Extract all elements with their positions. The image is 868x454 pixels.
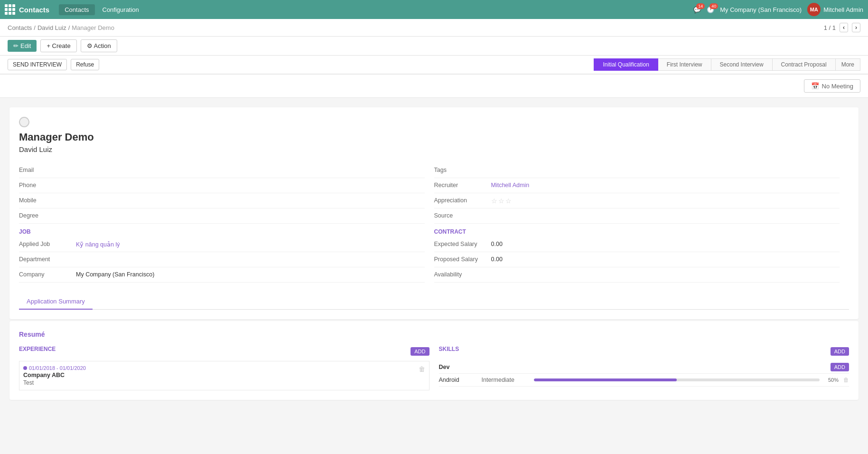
calendar-icon: 📅 (811, 82, 819, 90)
skill-progress-bar (534, 378, 820, 381)
field-email: Email (19, 163, 425, 178)
experience-add-button[interactable]: ADD (411, 347, 429, 356)
skill-progress-fill (534, 378, 677, 381)
field-degree: Degree (19, 208, 425, 224)
stage-second-interview[interactable]: Second Interview (711, 58, 773, 71)
activities-icon[interactable]: 🕐 40 (707, 6, 714, 13)
stage-more[interactable]: More (835, 58, 860, 71)
breadcrumb: Contacts / David Luiz / Manager Demo (8, 24, 114, 31)
proposed-salary-value: 0.00 (491, 255, 840, 263)
edit-button[interactable]: ✏ Edit (8, 40, 37, 52)
experience-date: 01/01/2018 - 01/01/2020 (23, 365, 425, 371)
tab-bar: Application Summary (19, 294, 849, 310)
avatar[interactable] (19, 117, 29, 127)
app-brand[interactable]: Contacts (5, 4, 49, 15)
field-proposed-salary: Proposed Salary 0.00 (434, 252, 840, 267)
action-bar: ✏ Edit + Create ⚙ Action (0, 37, 868, 56)
experience-delete-button[interactable]: 🗑 (419, 365, 425, 373)
experience-scroll-area[interactable]: 01/01/2018 - 01/01/2020 Company ABC Test… (19, 361, 429, 390)
star-3[interactable]: ☆ (505, 197, 512, 205)
field-applied-job: Applied Job Kỹ năng quản lý (19, 237, 425, 252)
resume-title: Resumé (19, 331, 849, 338)
experience-desc: Test (23, 379, 425, 386)
navbar: Contacts Contacts Configuration 💬 14 🕐 4… (0, 0, 868, 19)
field-expected-salary: Expected Salary 0.00 (434, 237, 840, 252)
field-tags: Tags (434, 163, 840, 178)
field-availability: Availability (434, 267, 840, 283)
edit-icon: ✏ (13, 42, 19, 49)
skill-percent: 50% (824, 377, 839, 383)
stage-steps: Initial Qualification First Interview Se… (594, 58, 860, 71)
pagination: 1 / 1 ‹ › (824, 23, 860, 32)
stage-bar: SEND INTERVIEW Refuse Initial Qualificat… (0, 56, 868, 75)
action-button[interactable]: ⚙ Action (81, 39, 117, 52)
messages-badge: 14 (696, 3, 705, 9)
expected-salary-value: 0.00 (491, 240, 840, 247)
activities-badge: 40 (709, 3, 718, 9)
field-company: Company My Company (San Francisco) (19, 267, 425, 283)
skill-delete-button[interactable]: 🗑 (843, 377, 849, 383)
skills-label: Skills (439, 346, 459, 352)
skill-add-button[interactable]: ADD (831, 363, 849, 371)
app-name: Contacts (19, 6, 49, 14)
nav-configuration[interactable]: Configuration (97, 4, 145, 15)
messages-icon[interactable]: 💬 14 (693, 6, 701, 13)
field-appreciation: Appreciation ☆ ☆ ☆ (434, 193, 840, 208)
pagination-next[interactable]: › (852, 23, 860, 32)
breadcrumb-bar: Contacts / David Luiz / Manager Demo 1 /… (0, 19, 868, 37)
field-mobile: Mobile (19, 193, 425, 208)
skill-level: Intermediate (482, 377, 529, 383)
user-menu[interactable]: MA Mitchell Admin (807, 3, 863, 16)
fields-container: Email Phone Mobile Degree Job Appl (19, 163, 849, 283)
job-section-label: Job (19, 224, 425, 237)
nav-contacts[interactable]: Contacts (59, 4, 94, 15)
stage-actions: SEND INTERVIEW Refuse (8, 59, 99, 70)
meeting-bar: 📅 No Meeting (0, 75, 868, 98)
skills-category-add-button[interactable]: ADD (831, 347, 849, 356)
main-nav: Contacts Configuration (59, 4, 145, 15)
navbar-right: 💬 14 🕐 40 My Company (San Francisco) MA … (693, 3, 863, 16)
experience-dot (23, 366, 27, 370)
company-name[interactable]: My Company (San Francisco) (720, 6, 802, 13)
star-2[interactable]: ☆ (498, 197, 504, 205)
experience-label: Experience (19, 346, 56, 352)
user-name: Mitchell Admin (823, 6, 863, 13)
pagination-prev[interactable]: ‹ (840, 23, 848, 32)
field-source: Source (434, 208, 840, 224)
main-content: Manager Demo David Luiz Email Phone Mobi… (0, 98, 868, 409)
stage-contract-proposal[interactable]: Contract Proposal (772, 58, 836, 71)
fields-left: Email Phone Mobile Degree Job Appl (19, 163, 434, 283)
star-1[interactable]: ☆ (491, 197, 497, 205)
company-value: My Company (San Francisco) (76, 270, 425, 278)
breadcrumb-current: Manager Demo (72, 24, 114, 31)
breadcrumb-david[interactable]: David Luiz (37, 24, 66, 31)
recruiter-value[interactable]: Mitchell Admin (491, 181, 840, 189)
create-button[interactable]: + Create (40, 39, 76, 52)
grid-icon (5, 4, 15, 15)
appreciation-stars[interactable]: ☆ ☆ ☆ (491, 197, 840, 205)
stage-initial-qualification[interactable]: Initial Qualification (594, 58, 658, 71)
record-title: Manager Demo (19, 131, 849, 143)
stage-first-interview[interactable]: First Interview (658, 58, 711, 71)
fields-right: Tags Recruiter Mitchell Admin Appreciati… (434, 163, 849, 283)
record-card: Manager Demo David Luiz Email Phone Mobi… (9, 107, 859, 319)
field-recruiter: Recruiter Mitchell Admin (434, 178, 840, 193)
experience-column: Experience ADD 01/01/2018 - 01/01/2020 C… (19, 346, 429, 390)
no-meeting-button[interactable]: 📅 No Meeting (804, 79, 860, 93)
applied-job-value[interactable]: Kỹ năng quản lý (76, 240, 425, 248)
send-interview-button[interactable]: SEND INTERVIEW (8, 59, 67, 70)
skills-column: Skills ADD Dev ADD Android Intermediate … (439, 346, 849, 390)
breadcrumb-contacts[interactable]: Contacts (8, 24, 32, 31)
user-avatar: MA (807, 3, 821, 16)
skill-row-android: Android Intermediate 50% 🗑 (439, 374, 849, 387)
field-department: Department (19, 252, 425, 267)
resume-grid: Experience ADD 01/01/2018 - 01/01/2020 C… (19, 346, 849, 390)
experience-item: 01/01/2018 - 01/01/2020 Company ABC Test… (19, 361, 429, 390)
refuse-button[interactable]: Refuse (71, 59, 99, 70)
record-header: Manager Demo David Luiz (19, 117, 849, 153)
resume-section: Resumé Experience ADD 01/01/2018 - 01/01… (9, 321, 859, 400)
tab-application-summary[interactable]: Application Summary (19, 294, 93, 310)
pagination-label: 1 / 1 (824, 24, 836, 31)
field-phone: Phone (19, 178, 425, 193)
no-meeting-label: No Meeting (822, 83, 853, 90)
